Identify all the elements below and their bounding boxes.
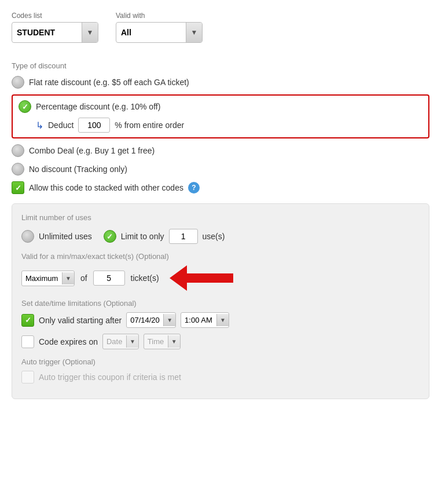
tickets-suffix: ticket(s) [131,273,159,283]
percentage-option-box: Percentage discount (e.g. 10% off) ↳ Ded… [12,94,429,138]
percentage-radio[interactable] [19,100,31,113]
deduct-input[interactable] [78,118,110,133]
limit-value-input[interactable] [169,229,198,244]
limit-to-label: Limit to only [121,232,164,241]
gray-section: Limit number of uses Unlimited uses Limi… [12,203,429,399]
type-of-discount-title: Type of discount [12,61,429,70]
ticket-type-arrow[interactable]: ▼ [62,272,74,284]
expires-row: Code expires on Date ▼ Time ▼ [21,334,420,349]
expires-time-select[interactable]: Time [144,334,168,349]
unlimited-label: Unlimited uses [39,232,92,241]
start-date-select[interactable]: 07/14/20 [127,313,163,327]
expires-time-select-wrapper[interactable]: Time ▼ [144,334,181,349]
start-date-row: Only valid starting after 07/14/20 ▼ 1:0… [21,312,420,328]
stackable-checkbox[interactable] [12,181,24,194]
tickets-row: Maximum Minimum ▼ of ticket(s) [21,265,420,291]
no-discount-radio[interactable] [12,163,24,176]
flat-rate-option: Flat rate discount (e.g. $5 off each GA … [12,76,429,89]
stackable-help-icon[interactable]: ? [188,182,200,193]
codes-list-label: Codes list [12,12,98,20]
starting-label: Only valid starting after [39,316,122,325]
red-arrow-indicator [170,265,233,291]
deduct-row: ↳ Deduct % from entire order [36,118,422,133]
red-arrow-body [187,273,233,283]
expires-date-arrow[interactable]: ▼ [126,335,138,348]
ticket-type-select-wrapper[interactable]: Maximum Minimum ▼ [21,271,75,286]
stackable-label: Allow this code to stacked with other co… [29,183,183,192]
combo-deal-radio[interactable] [12,144,24,157]
start-time-select-wrapper[interactable]: 1:00 AM ▼ [181,312,229,328]
date-section-title: Set date/time limitations (Optional) [21,299,420,308]
valid-with-select-wrapper[interactable]: All ▼ [116,22,203,43]
start-date-select-wrapper[interactable]: 07/14/20 ▼ [126,312,176,328]
ticket-type-select[interactable]: Maximum Minimum [22,271,62,286]
unlimited-group: Unlimited uses [21,230,92,243]
auto-trigger-checkbox[interactable] [21,371,34,384]
expires-date-select-wrapper[interactable]: Date ▼ [102,334,139,349]
start-time-arrow[interactable]: ▼ [216,314,229,326]
auto-trigger-title: Auto trigger (Optional) [21,357,420,366]
valid-with-section: Valid with All ▼ [116,12,203,43]
start-date-arrow[interactable]: ▼ [163,314,175,326]
start-date-checkbox[interactable] [21,314,34,327]
percentage-option: Percentage discount (e.g. 10% off) [19,100,422,113]
unlimited-radio[interactable] [21,230,34,243]
no-discount-label: No discount (Tracking only) [29,165,127,174]
red-arrow-head [170,265,187,291]
combo-deal-label: Combo Deal (e.g. Buy 1 get 1 free) [29,146,155,155]
expires-label: Code expires on [39,337,98,346]
expires-checkbox[interactable] [21,335,34,348]
auto-trigger-label: Auto trigger this coupon if criteria is … [39,372,181,382]
limit-suffix: use(s) [203,232,225,241]
combo-deal-option: Combo Deal (e.g. Buy 1 get 1 free) [12,144,429,157]
codes-list-select-wrapper[interactable]: STUDENT ▼ [12,22,98,43]
valid-with-select[interactable]: All [116,24,186,41]
flat-rate-radio[interactable] [12,76,24,89]
limit-to-group: Limit to only use(s) [104,229,225,244]
codes-list-arrow[interactable]: ▼ [82,23,98,42]
tickets-section-title: Valid for a min/max/exact ticket(s) (Opt… [21,252,420,261]
expires-time-arrow[interactable]: ▼ [168,335,180,348]
ticket-quantity-input[interactable] [93,271,125,286]
start-time-select[interactable]: 1:00 AM [181,313,216,327]
codes-list-section: Codes list STUDENT ▼ [12,12,98,43]
deduct-label: Deduct [48,120,74,130]
deduct-suffix: % from entire order [115,120,184,130]
limit-to-radio[interactable] [104,230,116,243]
of-label: of [80,273,87,283]
type-of-discount-section: Type of discount Flat rate discount (e.g… [12,61,429,194]
limit-uses-row: Unlimited uses Limit to only use(s) [21,229,420,244]
limit-section-title: Limit number of uses [21,213,420,222]
percentage-label: Percentage discount (e.g. 10% off) [36,102,160,111]
auto-trigger-row: Auto trigger this coupon if criteria is … [21,371,420,384]
no-discount-option: No discount (Tracking only) [12,163,429,176]
valid-with-arrow[interactable]: ▼ [186,23,202,42]
codes-list-select[interactable]: STUDENT [12,24,82,41]
deduct-arrow-icon: ↳ [36,120,43,131]
top-selects-row: Codes list STUDENT ▼ Valid with All ▼ [12,12,429,52]
expires-date-select[interactable]: Date [103,334,126,349]
stackable-option: Allow this code to stacked with other co… [12,181,429,194]
valid-with-label: Valid with [116,12,203,20]
flat-rate-label: Flat rate discount (e.g. $5 off each GA … [29,78,189,87]
